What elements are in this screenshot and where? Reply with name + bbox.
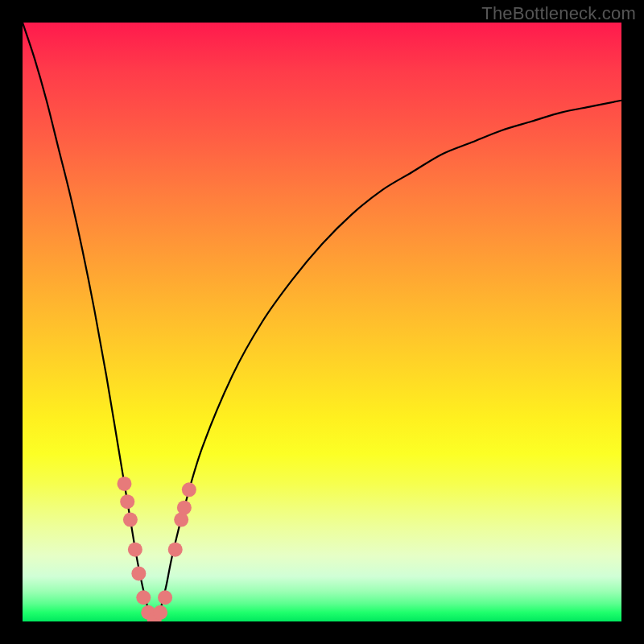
curve-marker: [131, 566, 146, 580]
curve-marker: [158, 590, 172, 605]
bottleneck-curve: [23, 23, 621, 621]
curve-marker: [123, 513, 138, 527]
curve-marker: [177, 501, 192, 515]
curve-marker: [120, 494, 134, 509]
curve-marker: [117, 477, 131, 491]
watermark-text: TheBottleneck.com: [481, 3, 636, 24]
plot-area: [23, 23, 621, 621]
curve-layer: [23, 23, 621, 621]
marker-group: [117, 477, 196, 621]
curve-marker: [182, 482, 196, 497]
curve-marker: [136, 590, 151, 605]
curve-marker: [153, 605, 167, 620]
curve-marker: [168, 543, 183, 557]
outer-frame: TheBottleneck.com: [0, 0, 644, 644]
curve-marker: [128, 543, 142, 557]
